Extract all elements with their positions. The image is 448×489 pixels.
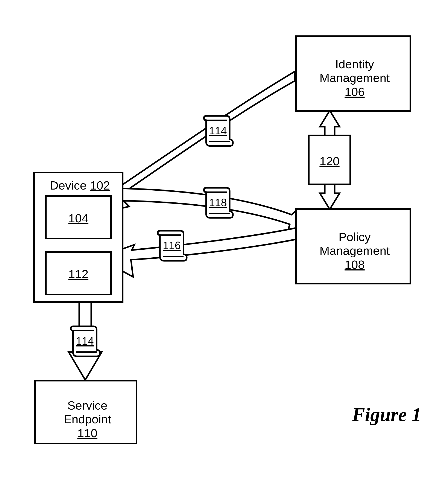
figure-caption: Figure 1 bbox=[352, 404, 421, 426]
service-title: Service Endpoint bbox=[47, 399, 128, 426]
policy-management-box: Policy Management 108 bbox=[295, 208, 411, 285]
scroll-114b: 114 bbox=[69, 322, 101, 359]
scroll-118-ref: 118 bbox=[202, 196, 234, 209]
policy-title: Policy Management bbox=[310, 230, 400, 258]
device-ref: 102 bbox=[90, 179, 110, 192]
device-inner-top-ref: 104 bbox=[47, 212, 110, 225]
scroll-114b-ref: 114 bbox=[69, 335, 101, 347]
service-endpoint-label: Service Endpoint 110 bbox=[47, 399, 128, 440]
identity-management-label: Identity Management 106 bbox=[310, 57, 400, 99]
policy-management-label: Policy Management 108 bbox=[310, 230, 400, 272]
scroll-114a-ref: 114 bbox=[202, 124, 234, 137]
identity-management-box: Identity Management 106 bbox=[295, 35, 411, 112]
service-endpoint-box: Service Endpoint 110 bbox=[34, 380, 137, 444]
identity-title: Identity Management bbox=[310, 57, 400, 85]
identity-ref: 106 bbox=[310, 85, 400, 99]
device-inner-bottom-ref: 112 bbox=[47, 267, 110, 281]
device-inner-bottom-box: 112 bbox=[45, 251, 112, 295]
scroll-118: 118 bbox=[202, 184, 234, 220]
scroll-116: 116 bbox=[156, 227, 188, 263]
device-title: Device bbox=[50, 179, 87, 192]
service-ref: 110 bbox=[47, 426, 128, 440]
link-box-ref: 120 bbox=[310, 154, 350, 168]
policy-ref: 108 bbox=[310, 258, 400, 272]
diagram-canvas: Identity Management 106 Policy Managemen… bbox=[0, 0, 448, 489]
device-label: Device 102 bbox=[44, 179, 115, 192]
link-box: 120 bbox=[308, 135, 351, 185]
scroll-114a: 114 bbox=[202, 112, 234, 148]
scroll-116-ref: 116 bbox=[156, 239, 188, 252]
device-inner-top-box: 104 bbox=[45, 195, 112, 239]
